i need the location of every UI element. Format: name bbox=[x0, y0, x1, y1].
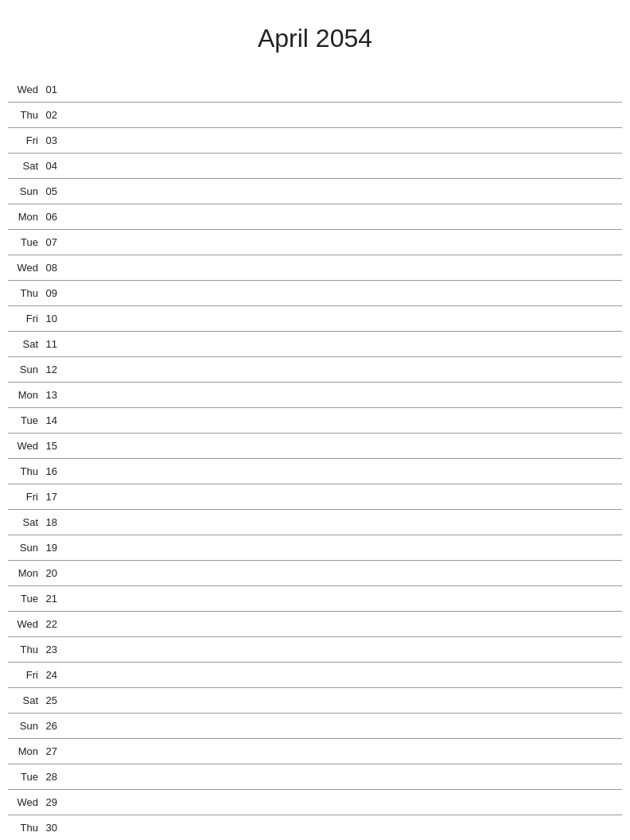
day-number: 21 bbox=[41, 593, 64, 605]
day-of-week: Sat bbox=[8, 694, 41, 706]
calendar-row: Tue21 bbox=[8, 586, 622, 612]
day-line bbox=[64, 420, 622, 421]
calendar-row: Sat11 bbox=[8, 332, 622, 357]
day-number: 24 bbox=[41, 669, 64, 681]
calendar-row: Mon06 bbox=[8, 204, 622, 230]
day-line bbox=[64, 445, 622, 446]
day-line bbox=[64, 89, 622, 90]
day-of-week: Mon bbox=[8, 211, 41, 223]
day-line bbox=[64, 547, 622, 548]
day-of-week: Wed bbox=[8, 84, 41, 95]
day-number: 10 bbox=[41, 313, 64, 325]
day-line bbox=[64, 522, 622, 523]
day-line bbox=[64, 471, 622, 472]
day-line bbox=[64, 293, 622, 294]
day-line bbox=[64, 140, 622, 141]
calendar-row: Thu16 bbox=[8, 459, 622, 484]
day-line bbox=[64, 216, 622, 217]
day-number: 25 bbox=[41, 694, 64, 706]
day-line bbox=[64, 776, 622, 777]
day-number: 05 bbox=[41, 185, 64, 197]
day-line bbox=[64, 496, 622, 497]
day-number: 16 bbox=[41, 465, 64, 477]
calendar-row: Wed01 bbox=[8, 77, 622, 103]
day-line bbox=[64, 649, 622, 650]
day-of-week: Wed bbox=[8, 440, 41, 452]
day-number: 20 bbox=[41, 567, 64, 579]
calendar-row: Wed08 bbox=[8, 255, 622, 281]
day-of-week: Fri bbox=[8, 491, 41, 503]
day-of-week: Mon bbox=[8, 567, 41, 579]
day-of-week: Sun bbox=[8, 542, 41, 554]
calendar-grid: Wed01Thu02Fri03Sat04Sun05Mon06Tue07Wed08… bbox=[8, 77, 622, 840]
calendar-row: Fri03 bbox=[8, 128, 622, 154]
calendar-row: Tue28 bbox=[8, 764, 622, 790]
day-number: 29 bbox=[41, 796, 64, 808]
calendar-row: Sun26 bbox=[8, 714, 622, 739]
calendar-row: Mon13 bbox=[8, 383, 622, 408]
calendar-row: Sun12 bbox=[8, 357, 622, 383]
day-of-week: Wed bbox=[8, 618, 41, 630]
day-of-week: Tue bbox=[8, 236, 41, 248]
day-of-week: Thu bbox=[8, 465, 41, 477]
day-of-week: Sun bbox=[8, 364, 41, 375]
day-of-week: Thu bbox=[8, 822, 41, 834]
day-of-week: Fri bbox=[8, 669, 41, 681]
day-number: 14 bbox=[41, 414, 64, 426]
calendar-row: Tue14 bbox=[8, 408, 622, 434]
day-number: 26 bbox=[41, 720, 64, 732]
day-number: 23 bbox=[41, 644, 64, 655]
day-number: 08 bbox=[41, 262, 64, 274]
day-line bbox=[64, 395, 622, 395]
day-number: 11 bbox=[41, 338, 64, 350]
day-number: 15 bbox=[41, 440, 64, 452]
day-line bbox=[64, 827, 622, 828]
day-number: 17 bbox=[41, 491, 64, 503]
day-of-week: Wed bbox=[8, 796, 41, 808]
day-line bbox=[64, 573, 622, 574]
calendar-row: Thu09 bbox=[8, 281, 622, 306]
day-number: 12 bbox=[41, 364, 64, 375]
day-number: 04 bbox=[41, 160, 64, 172]
day-number: 22 bbox=[41, 618, 64, 630]
calendar-row: Thu02 bbox=[8, 103, 622, 128]
calendar-row: Mon20 bbox=[8, 561, 622, 586]
calendar-row: Sun19 bbox=[8, 535, 622, 561]
day-line bbox=[64, 242, 622, 243]
day-number: 02 bbox=[41, 109, 64, 121]
day-of-week: Mon bbox=[8, 389, 41, 401]
calendar-row: Wed22 bbox=[8, 612, 622, 637]
day-line bbox=[64, 802, 622, 803]
day-of-week: Wed bbox=[8, 262, 41, 274]
day-of-week: Fri bbox=[8, 313, 41, 325]
day-number: 06 bbox=[41, 211, 64, 223]
day-number: 09 bbox=[41, 287, 64, 299]
calendar-row: Wed29 bbox=[8, 790, 622, 815]
calendar-row: Fri24 bbox=[8, 663, 622, 688]
day-line bbox=[64, 624, 622, 624]
day-line bbox=[64, 700, 622, 701]
day-of-week: Mon bbox=[8, 745, 41, 757]
day-line bbox=[64, 115, 622, 115]
day-of-week: Tue bbox=[8, 593, 41, 605]
day-of-week: Thu bbox=[8, 287, 41, 299]
day-of-week: Sun bbox=[8, 185, 41, 197]
day-of-week: Thu bbox=[8, 109, 41, 121]
day-of-week: Sat bbox=[8, 160, 41, 172]
day-line bbox=[64, 751, 622, 752]
day-number: 18 bbox=[41, 516, 64, 528]
day-line bbox=[64, 165, 622, 166]
day-line bbox=[64, 318, 622, 319]
day-of-week: Sun bbox=[8, 720, 41, 732]
day-number: 13 bbox=[41, 389, 64, 401]
calendar-row: Sat25 bbox=[8, 688, 622, 714]
day-number: 28 bbox=[41, 771, 64, 783]
day-line bbox=[64, 725, 622, 726]
day-line bbox=[64, 598, 622, 599]
day-number: 07 bbox=[41, 236, 64, 248]
calendar-row: Thu23 bbox=[8, 637, 622, 663]
day-of-week: Sat bbox=[8, 338, 41, 350]
calendar-row: Sun05 bbox=[8, 179, 622, 204]
day-number: 19 bbox=[41, 542, 64, 554]
calendar-row: Wed15 bbox=[8, 434, 622, 459]
